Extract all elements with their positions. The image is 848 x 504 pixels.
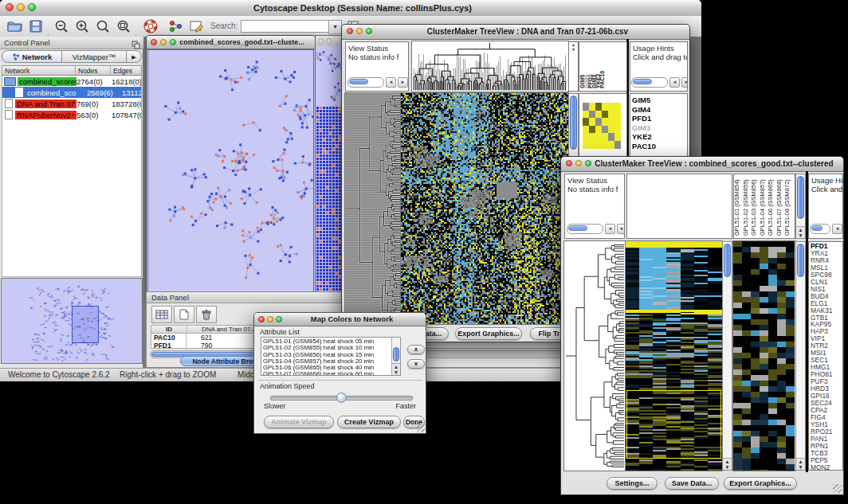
button-export-graphics-[interactable]: Export Graphics... xyxy=(455,327,522,340)
row-dendrogram-canvas[interactable] xyxy=(564,241,625,471)
animation-speed-slider[interactable] xyxy=(270,396,413,400)
tv2-gene-list[interactable]: PFD1YRA1RNR4MSL1SPC98CLN1NIS1BUD4ELG1MAK… xyxy=(808,241,843,471)
resize-grip[interactable] xyxy=(833,484,842,493)
gene-label[interactable]: GIM4 xyxy=(630,105,687,115)
attribute-listbox[interactable]: GPL51-01 (GSM854) heat shock 05 minGPL51… xyxy=(261,337,401,376)
data-column-id[interactable]: ID xyxy=(151,326,187,333)
heatmap-cell[interactable] xyxy=(589,103,595,111)
heatmap-cell[interactable] xyxy=(583,126,589,134)
gene-label[interactable]: YKE2 xyxy=(630,132,687,142)
minimize-icon[interactable] xyxy=(575,160,582,166)
heatmap-cell[interactable] xyxy=(595,118,602,126)
heatmap-global-canvas[interactable] xyxy=(626,241,722,471)
network-list-row[interactable]: RNAPuberNov2+563(0)107847(0) xyxy=(2,109,141,120)
create-vizmap-button[interactable]: Create Vizmap xyxy=(337,416,401,428)
slider-thumb[interactable] xyxy=(336,393,347,403)
gene-label[interactable]: PFD1 xyxy=(630,114,687,123)
heatmap-cell[interactable] xyxy=(614,118,621,126)
search-dropdown-icon[interactable]: ▼ xyxy=(328,20,342,34)
usage-hints-scrollbar[interactable]: ◂▸ xyxy=(631,77,688,88)
network-canvas[interactable] xyxy=(147,49,314,299)
network-list-row[interactable]: combined_sco2569(6)13112(15) xyxy=(2,87,141,98)
heatmap-cell[interactable] xyxy=(583,118,589,126)
heatmap-cell[interactable] xyxy=(595,133,602,141)
gene-label[interactable]: GIM5 xyxy=(630,96,687,105)
heatmap-cell[interactable] xyxy=(583,133,589,141)
select-attributes-icon[interactable] xyxy=(151,306,172,323)
tv2-titlebar[interactable]: ClusterMaker TreeView : combined_scores_… xyxy=(561,157,843,172)
zoom-matrix[interactable] xyxy=(583,103,621,149)
heatmap-cell[interactable] xyxy=(595,111,602,119)
heatmap-cell[interactable] xyxy=(608,141,614,149)
heatmap-cell[interactable] xyxy=(602,133,608,141)
zoom-out-icon[interactable] xyxy=(51,18,72,35)
heatmap-cell[interactable] xyxy=(608,118,614,126)
new-network-icon[interactable] xyxy=(166,18,186,35)
tab-vizmapper[interactable]: VizMapper™ xyxy=(61,50,127,63)
tv2-labels-scrollbar[interactable]: ▲▼ xyxy=(795,174,806,239)
dialog-titlebar[interactable]: Map Colors to Network xyxy=(254,313,426,326)
network-overview-thumbnail[interactable] xyxy=(2,279,142,363)
tv1-top-scroll-strip[interactable]: ▴▾ xyxy=(568,41,579,92)
open-folder-icon[interactable] xyxy=(5,18,26,35)
heatmap-cell[interactable] xyxy=(602,141,608,149)
heatmap-cell[interactable] xyxy=(602,111,608,119)
heatmap-cell[interactable] xyxy=(614,126,621,134)
heatmap-cell[interactable] xyxy=(602,103,608,111)
heatmap-cell[interactable] xyxy=(608,126,614,134)
close-icon[interactable] xyxy=(258,316,265,322)
network-list-row[interactable]: combined_scores_2764(0)16218(0) xyxy=(2,76,141,87)
tab-network[interactable]: Network xyxy=(2,50,62,63)
close-icon[interactable] xyxy=(6,3,14,11)
minimize-icon[interactable] xyxy=(267,316,273,322)
tv2-global-scrollbar[interactable]: ▲▼ xyxy=(722,241,732,471)
zoom-window-icon[interactable] xyxy=(585,160,591,166)
zoom-in-icon[interactable] xyxy=(72,18,92,35)
close-icon[interactable] xyxy=(151,39,157,45)
gene-label[interactable]: MON2 xyxy=(809,464,842,471)
heatmap-cell[interactable] xyxy=(608,103,614,111)
zoom-actual-icon[interactable] xyxy=(113,18,134,35)
heatmap-cell[interactable] xyxy=(614,111,621,119)
tv2-column-dendrogram[interactable] xyxy=(626,174,732,239)
minimize-icon[interactable] xyxy=(160,39,167,45)
search-input[interactable] xyxy=(241,20,330,33)
zoom-window-icon[interactable] xyxy=(366,28,372,34)
attribute-item[interactable]: GPL51-07 (GSM868) heat shock 60 min xyxy=(261,371,391,376)
gene-label[interactable]: PAC10 xyxy=(630,142,687,151)
heatmap-cell[interactable] xyxy=(583,103,589,111)
network-list-row[interactable]: DNA and Tran 07769(0)183728(0) xyxy=(2,98,141,109)
heatmap-cell[interactable] xyxy=(583,111,589,119)
move-down-button[interactable]: ∨ xyxy=(407,359,425,369)
annotation-icon[interactable] xyxy=(186,18,207,35)
button-save-data-[interactable]: Save Data... xyxy=(665,477,719,490)
move-up-button[interactable]: ∧ xyxy=(407,345,425,354)
help-ring-icon[interactable] xyxy=(140,18,161,35)
zoom-fit-icon[interactable] xyxy=(92,18,113,35)
view-status-scrollbar[interactable]: ◂▸ xyxy=(567,224,625,234)
heatmap-cell[interactable] xyxy=(583,141,589,149)
tab-more-button[interactable]: ▶ xyxy=(126,50,142,63)
attribute-list-scrollbar[interactable]: ▲▼ xyxy=(391,338,400,375)
delete-attribute-icon[interactable] xyxy=(196,306,217,323)
close-icon[interactable] xyxy=(566,160,572,166)
new-attribute-icon[interactable] xyxy=(174,306,194,323)
heatmap-cell[interactable] xyxy=(589,133,595,141)
main-titlebar[interactable]: Cytoscape Desktop (Session Name: collins… xyxy=(0,0,701,17)
heatmap-cell[interactable] xyxy=(589,118,595,126)
zoom-window-icon[interactable] xyxy=(170,39,176,45)
save-icon[interactable] xyxy=(26,18,46,35)
heatmap-cell[interactable] xyxy=(595,141,602,149)
tv2-zoom-scrollbar[interactable]: ▲▼ xyxy=(795,241,806,471)
row-dendrogram-canvas[interactable] xyxy=(345,93,401,324)
column-header-nodes[interactable]: Nodes xyxy=(76,66,111,75)
heatmap-cell[interactable] xyxy=(589,126,595,134)
column-header-edges[interactable]: Edges xyxy=(111,66,141,75)
button-settings-[interactable]: Settings... xyxy=(607,477,658,490)
usage-hints-scrollbar[interactable]: ◂ xyxy=(810,224,842,234)
column-dendrogram-canvas[interactable] xyxy=(412,41,568,92)
heatmap-cell[interactable] xyxy=(614,133,621,141)
gene-label[interactable]: GIM3 xyxy=(630,123,687,133)
heatmap-global-canvas[interactable] xyxy=(401,93,568,324)
heatmap-cell[interactable] xyxy=(595,103,602,111)
